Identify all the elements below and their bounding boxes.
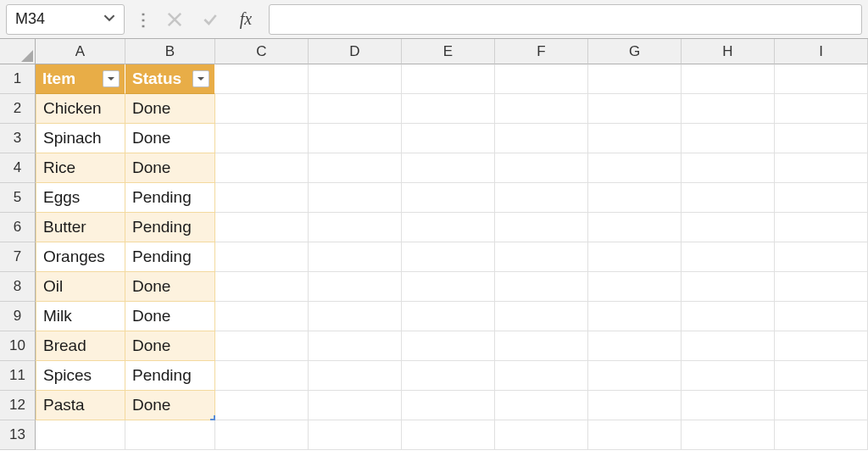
cell[interactable] (309, 391, 402, 420)
row-header-7[interactable]: 7 (0, 242, 36, 272)
cell[interactable] (682, 391, 775, 420)
cell[interactable] (402, 124, 495, 153)
cell[interactable] (215, 213, 309, 242)
cell[interactable] (402, 272, 495, 302)
cell[interactable] (682, 272, 775, 302)
cell[interactable] (588, 213, 682, 242)
cell[interactable] (495, 153, 588, 183)
cell[interactable] (309, 420, 402, 450)
filter-dropdown-icon[interactable] (103, 70, 120, 87)
cell[interactable] (309, 124, 402, 153)
cell[interactable] (682, 242, 775, 272)
cell[interactable] (682, 331, 775, 361)
cell[interactable] (495, 124, 588, 153)
cell[interactable] (402, 302, 495, 331)
column-header-D[interactable]: D (309, 39, 402, 64)
cell[interactable] (215, 153, 309, 183)
row-header-13[interactable]: 13 (0, 420, 36, 450)
cell[interactable] (588, 302, 682, 331)
table-cell-status[interactable]: Pending (125, 242, 215, 272)
table-cell-item[interactable]: Oranges (36, 242, 125, 272)
cell[interactable] (495, 213, 588, 242)
cell[interactable] (775, 124, 868, 153)
row-header-2[interactable]: 2 (0, 94, 36, 124)
table-cell-status[interactable]: Done (125, 94, 215, 124)
cell[interactable] (402, 391, 495, 420)
row-header-6[interactable]: 6 (0, 213, 36, 242)
cell[interactable] (309, 302, 402, 331)
cell[interactable] (682, 183, 775, 213)
cell[interactable] (682, 153, 775, 183)
cell[interactable] (309, 361, 402, 391)
row-header-10[interactable]: 10 (0, 331, 36, 361)
cell[interactable] (215, 302, 309, 331)
cell[interactable] (588, 242, 682, 272)
cell[interactable] (402, 183, 495, 213)
table-cell-item[interactable]: Eggs (36, 183, 125, 213)
column-header-B[interactable]: B (125, 39, 215, 64)
cell[interactable] (495, 242, 588, 272)
cell[interactable] (309, 94, 402, 124)
cell[interactable] (402, 153, 495, 183)
cell[interactable] (402, 213, 495, 242)
column-header-I[interactable]: I (775, 39, 868, 64)
table-cell-status[interactable]: Done (125, 391, 215, 420)
cell[interactable] (588, 124, 682, 153)
column-header-C[interactable]: C (215, 39, 309, 64)
filter-dropdown-icon[interactable] (192, 70, 209, 87)
cell[interactable] (402, 242, 495, 272)
cell[interactable] (215, 331, 309, 361)
cell[interactable] (588, 153, 682, 183)
cell[interactable] (125, 420, 215, 450)
row-header-5[interactable]: 5 (0, 183, 36, 213)
column-header-A[interactable]: A (36, 39, 125, 64)
cell[interactable] (682, 420, 775, 450)
table-header-item[interactable]: Item (36, 64, 125, 94)
table-cell-item[interactable]: Pasta (36, 391, 125, 420)
table-cell-item[interactable]: Butter (36, 213, 125, 242)
select-all-corner[interactable] (0, 39, 36, 64)
cell[interactable] (588, 331, 682, 361)
cell[interactable] (588, 420, 682, 450)
column-header-F[interactable]: F (495, 39, 588, 64)
table-cell-status[interactable]: Done (125, 272, 215, 302)
cell[interactable] (402, 331, 495, 361)
table-cell-item[interactable]: Spices (36, 361, 125, 391)
cell[interactable] (588, 94, 682, 124)
table-cell-status[interactable]: Pending (125, 361, 215, 391)
cell[interactable] (215, 124, 309, 153)
cell[interactable] (495, 64, 588, 94)
cell[interactable] (495, 272, 588, 302)
cell[interactable] (215, 64, 309, 94)
row-header-4[interactable]: 4 (0, 153, 36, 183)
table-cell-item[interactable]: Bread (36, 331, 125, 361)
cell[interactable] (775, 331, 868, 361)
row-header-1[interactable]: 1 (0, 64, 36, 94)
cell[interactable] (775, 272, 868, 302)
insert-function-button[interactable]: fx (233, 7, 259, 32)
cell[interactable] (775, 183, 868, 213)
cell[interactable] (775, 153, 868, 183)
table-cell-status[interactable]: Pending (125, 213, 215, 242)
cell[interactable] (309, 64, 402, 94)
table-cell-status[interactable]: Pending (125, 183, 215, 213)
cell[interactable] (309, 213, 402, 242)
column-header-H[interactable]: H (682, 39, 775, 64)
cell[interactable] (775, 242, 868, 272)
cell[interactable] (309, 153, 402, 183)
cell[interactable] (215, 361, 309, 391)
cell[interactable] (775, 94, 868, 124)
cell[interactable] (309, 183, 402, 213)
cell[interactable] (682, 64, 775, 94)
cell[interactable] (775, 420, 868, 450)
table-cell-item[interactable]: Oil (36, 272, 125, 302)
table-cell-item[interactable]: Milk (36, 302, 125, 331)
cell[interactable] (495, 331, 588, 361)
cell[interactable] (495, 302, 588, 331)
cell[interactable] (588, 183, 682, 213)
cell[interactable] (588, 361, 682, 391)
cell[interactable] (309, 242, 402, 272)
cell[interactable] (682, 213, 775, 242)
cell[interactable] (588, 64, 682, 94)
cell[interactable] (495, 361, 588, 391)
